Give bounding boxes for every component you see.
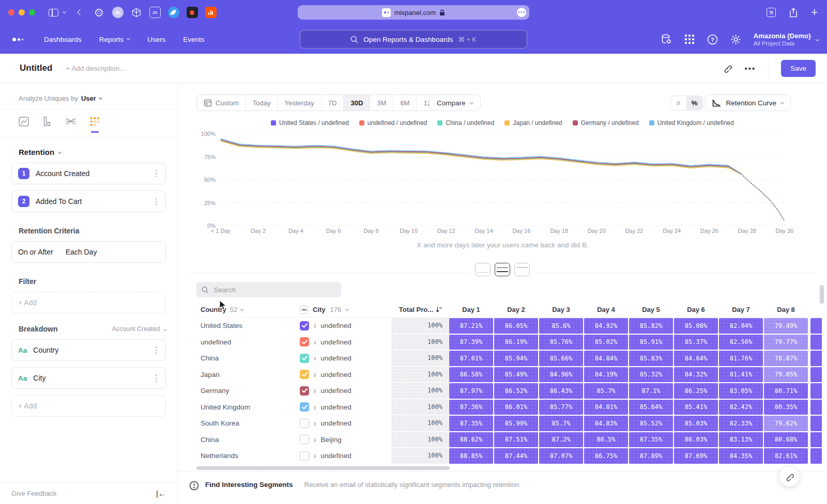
url-bar[interactable]: mixpanel.com ••• bbox=[298, 5, 529, 20]
percent-mode-toggle[interactable]: % bbox=[686, 96, 702, 110]
chart-type-select[interactable]: Retention Curve bbox=[705, 94, 791, 111]
select-all-checkbox[interactable] bbox=[300, 306, 308, 314]
date-range-7d[interactable]: 7D bbox=[321, 95, 344, 111]
country-column-header[interactable]: Country52 bbox=[196, 306, 296, 313]
retention-cell[interactable]: 87.69% bbox=[673, 448, 718, 464]
date-range-custom[interactable]: Custom bbox=[197, 95, 246, 111]
retention-cell[interactable]: 85.7% bbox=[584, 383, 629, 399]
retention-cell[interactable]: 82.61% bbox=[763, 448, 808, 464]
expand-row-icon[interactable]: › bbox=[314, 386, 316, 396]
day-column-header[interactable]: Day 7 bbox=[718, 302, 763, 317]
retention-cell[interactable]: 85.91% bbox=[629, 334, 673, 351]
mixpanel-logo[interactable] bbox=[12, 38, 23, 41]
retention-cell[interactable]: 87.01% bbox=[449, 350, 494, 367]
data-settings-icon[interactable] bbox=[661, 34, 672, 45]
retention-cell[interactable]: 86.58% bbox=[449, 367, 494, 383]
browser-sidebar-icon[interactable] bbox=[49, 9, 58, 17]
tab-retention-icon[interactable] bbox=[90, 117, 100, 132]
retention-cell[interactable]: 87.35% bbox=[449, 415, 494, 432]
retention-step-1[interactable]: 1Account Created bbox=[11, 163, 166, 184]
close-button[interactable] bbox=[8, 9, 14, 15]
retention-cell[interactable]: 87.39% bbox=[449, 334, 494, 351]
minimize-button[interactable] bbox=[19, 9, 25, 15]
day-column-header[interactable]: Day 6 bbox=[673, 302, 718, 317]
retention-cell[interactable]: 79.62% bbox=[763, 415, 808, 432]
day-column-header[interactable]: Day 5 bbox=[629, 302, 673, 317]
expand-row-icon[interactable]: › bbox=[314, 353, 316, 364]
collapse-sidebar-icon[interactable]: |← bbox=[156, 489, 166, 498]
retention-cell[interactable]: 80.68% bbox=[763, 432, 808, 448]
expand-row-icon[interactable]: › bbox=[314, 435, 316, 445]
total-column-header[interactable]: Total Pro... bbox=[391, 302, 449, 317]
breakdown-scope-select[interactable]: Account Created bbox=[112, 325, 166, 333]
retention-cell[interactable]: 81.76% bbox=[718, 350, 763, 367]
day-column-header[interactable]: Day 3 bbox=[539, 302, 584, 317]
retention-cell[interactable]: 86.43% bbox=[539, 383, 584, 399]
legend-item[interactable]: Germany / undefined bbox=[573, 119, 639, 127]
avatar-m-icon[interactable]: m bbox=[112, 7, 124, 18]
global-search[interactable]: Open Reports & Dashboards ⌘ + K bbox=[300, 30, 527, 49]
analyze-unit-select[interactable]: User bbox=[81, 94, 102, 102]
zoom-button[interactable] bbox=[29, 9, 35, 15]
table-search-input[interactable] bbox=[213, 286, 336, 294]
notion-icon[interactable]: N bbox=[767, 8, 776, 17]
retention-cell[interactable]: 85.76% bbox=[539, 334, 584, 351]
date-range-30d[interactable]: 30D bbox=[344, 95, 370, 111]
retention-cell[interactable]: 84.81% bbox=[584, 399, 629, 416]
retention-cell[interactable]: 79.49% bbox=[763, 318, 808, 334]
legend-item[interactable]: China / undefined bbox=[437, 119, 494, 127]
date-range-3m[interactable]: 3M bbox=[370, 95, 393, 111]
absolute-mode-toggle[interactable]: # bbox=[670, 96, 686, 110]
series-checkbox[interactable] bbox=[300, 402, 309, 412]
retention-cell[interactable]: 82.04% bbox=[718, 318, 763, 334]
retention-cell[interactable]: 87.97% bbox=[449, 383, 494, 399]
date-range-yesterday[interactable]: Yesterday bbox=[278, 95, 321, 111]
nav-item-reports[interactable]: Reports bbox=[99, 36, 130, 43]
series-checkbox[interactable] bbox=[300, 354, 309, 363]
chevron-down-icon[interactable] bbox=[63, 12, 66, 13]
add-description[interactable]: + Add description... bbox=[66, 65, 125, 72]
retention-cell[interactable]: 84.92% bbox=[584, 318, 629, 334]
retention-cell[interactable]: 87.44% bbox=[494, 448, 539, 464]
retention-cell[interactable]: 82.42% bbox=[718, 399, 763, 416]
series-checkbox[interactable] bbox=[300, 337, 309, 346]
series-checkbox[interactable] bbox=[300, 435, 309, 444]
retention-cell[interactable]: 79.77% bbox=[763, 334, 808, 351]
settings-gear-icon[interactable] bbox=[730, 34, 741, 45]
retention-cell[interactable]: 86.03% bbox=[673, 432, 718, 448]
give-feedback-link[interactable]: Give Feedback bbox=[11, 490, 56, 497]
nav-item-events[interactable]: Events bbox=[183, 36, 204, 43]
retention-cell[interactable]: 85.94% bbox=[494, 350, 539, 367]
retention-cell[interactable]: 87.36% bbox=[449, 399, 494, 416]
expand-row-icon[interactable]: › bbox=[314, 337, 316, 348]
date-range-6m[interactable]: 6M bbox=[393, 95, 417, 111]
retention-cell[interactable]: 82.33% bbox=[718, 415, 763, 432]
retention-cell[interactable]: 84.32% bbox=[673, 367, 718, 383]
chart-focus-view-icon[interactable] bbox=[475, 263, 491, 276]
retention-cell[interactable]: 85.82% bbox=[629, 318, 673, 334]
expand-row-icon[interactable]: › bbox=[314, 418, 316, 429]
retention-cell[interactable]: 84.84% bbox=[584, 350, 629, 367]
bird-icon[interactable] bbox=[168, 7, 179, 18]
series-checkbox[interactable] bbox=[300, 321, 309, 330]
tab-insights-icon[interactable] bbox=[19, 117, 29, 132]
retention-cell[interactable]: 84.35% bbox=[718, 448, 763, 464]
breakdown-item-country[interactable]: AaCountry bbox=[11, 339, 166, 361]
retention-cell[interactable]: 85.52% bbox=[629, 415, 673, 432]
tab-flows-icon[interactable] bbox=[65, 117, 76, 131]
segments-title[interactable]: Find Interesting Segments bbox=[205, 481, 293, 489]
retention-cell[interactable]: 80.35% bbox=[763, 399, 808, 416]
day-column-header[interactable]: Day 2 bbox=[494, 302, 539, 317]
more-options-icon[interactable] bbox=[154, 196, 159, 207]
nav-item-dashboards[interactable]: Dashboards bbox=[44, 36, 82, 43]
retention-cell[interactable]: 88.85% bbox=[449, 448, 494, 464]
retention-cell[interactable]: 86.05% bbox=[494, 318, 539, 334]
share-link-button[interactable] bbox=[779, 467, 799, 486]
copy-link-icon[interactable] bbox=[723, 64, 732, 73]
retention-cell[interactable]: 83.13% bbox=[718, 432, 763, 448]
add-filter-button[interactable]: + Add bbox=[11, 292, 166, 313]
legend-item[interactable]: United States / undefined bbox=[271, 119, 349, 127]
series-checkbox[interactable] bbox=[300, 386, 309, 396]
compare-button[interactable]: Compare bbox=[429, 94, 481, 111]
retention-cell[interactable]: 85.37% bbox=[673, 334, 718, 351]
